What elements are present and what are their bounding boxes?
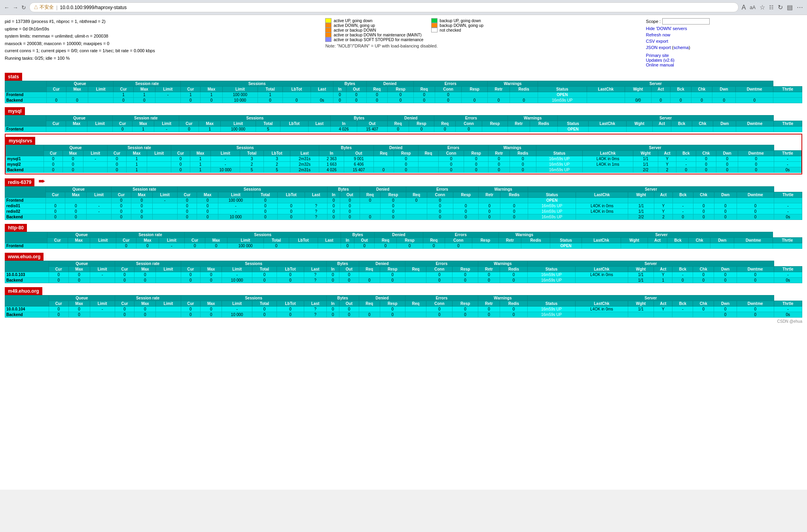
table-row: Backend 00 00 0010 000 00? 00 00 00 00 1… (5, 312, 802, 318)
section-header-redis: redis-6379 (5, 178, 34, 186)
section-mysql: mysql Queue Session rate Sessions Bytes … (5, 105, 802, 132)
table-row: Backend 00 01 0110 000 552m31s 4 02615 4… (6, 167, 801, 173)
mysqlsrvs-table: Queue Session rate Sessions Bytes Denied… (6, 145, 801, 173)
section-http-80: http-80 Queue Session rate Sessions Byte… (5, 222, 802, 249)
primary-site-link[interactable]: Primary site (646, 53, 802, 58)
aa-icon[interactable]: aA (750, 5, 756, 10)
controls-area: Scope : Hide 'DOWN' servers Refresh now … (646, 18, 802, 67)
mysql-table: Queue Session rate Sessions Bytes Denied… (5, 115, 802, 132)
schema-link[interactable]: schema (674, 45, 689, 50)
th-sessions: Sessions (181, 81, 333, 87)
csv-export-link[interactable]: CSV export (646, 39, 802, 44)
security-warning: △ 不安全 (34, 4, 54, 11)
reload-button[interactable]: ↻ (21, 4, 26, 11)
sysinfo-limits: system limits: memmax = unlimited; ulimi… (5, 33, 317, 40)
http80-table: Queue Session rate Sessions Bytes Denied… (5, 232, 802, 249)
table-row: Frontend 00- 00100 000 0 00 00 00 OPEN (5, 198, 802, 203)
section-header-www: www.ehuo.org (5, 253, 44, 261)
star-icon[interactable]: ☆ (760, 4, 765, 11)
section-header-mysql: mysql (5, 107, 25, 115)
table-row: mysql1 00- 01 01- 332m31s 2 3639 001 0 0… (6, 156, 801, 162)
table-row: 10.0.0.104 00- 00 00- 00? 00 0 00 00 16m… (5, 307, 802, 312)
th-warnings: Warnings (487, 81, 538, 87)
tab-icon[interactable]: ☷ (769, 4, 774, 10)
table-row: mysql2 00 01 01- 222m32s 1 6636 406 0 00… (6, 162, 801, 167)
refresh-icon[interactable]: ↻ (778, 4, 783, 11)
online-manual-link[interactable]: Online manual (646, 62, 802, 67)
scope-label: Scope : (646, 19, 661, 24)
th-queue: Queue (46, 81, 114, 87)
credits: CSDN @ehua (5, 319, 802, 324)
legend: active UP, going down active DOWN, going… (325, 18, 638, 67)
arrow-indicator: ➨ (38, 176, 45, 186)
system-info: pid = 137389 (process #1, nbproc = 1, nb… (5, 18, 317, 64)
section-header-stats: stats (5, 73, 22, 81)
section-stats: stats Queue Session rate Sessions Bytes … (5, 70, 802, 103)
scope-input[interactable] (662, 18, 710, 25)
stats-table: Queue Session rate Sessions Bytes Denied… (5, 81, 802, 103)
sysinfo-uptime: uptime = 0d 0h16m59s (5, 26, 317, 33)
browser-chrome: ← → ↻ △ 不安全 | 10.0.0.100:9999/haproxy-st… (0, 0, 807, 15)
table-row: Backend 00 00 0010 000 00? 00 00 00 00 1… (5, 278, 802, 283)
table-row: redis01 00- 00 00- 00? 00 0 00 00 16m59s… (5, 203, 802, 209)
table-row: 10.0.0.103 00- 00 00- 00? 00 0 00 00 16m… (5, 272, 802, 278)
translate-icon[interactable]: A (742, 4, 746, 11)
sysinfo-maxsock: maxsock = 200038; maxconn = 100000; maxp… (5, 40, 317, 47)
table-row: Backend 00 00 0010 000 00? 00 00 00 00 1… (5, 214, 802, 220)
th-session-rate: Session rate (114, 81, 181, 87)
page-content: pid = 137389 (process #1, nbproc = 1, nb… (0, 15, 807, 490)
section-redis: redis-6379 ➨ Queue Session rate Sessions… (5, 176, 802, 220)
sysinfo-conns: current conns = 1; current pipes = 0/0; … (5, 47, 317, 55)
section-m49: m49.ehuo.org Queue Session rate Sessions… (5, 285, 802, 318)
refresh-now-link[interactable]: Refresh now (646, 32, 802, 37)
section-header-http80: http-80 (5, 224, 27, 232)
forward-button[interactable]: → (13, 4, 18, 11)
th-name (5, 81, 47, 92)
section-header-mysqlsrvs: mysqlsrvs (6, 137, 35, 145)
sysinfo-tasks: Running tasks: 0/25; idle = 100 % (5, 55, 317, 62)
www-table: Queue Session rate Sessions Bytes Denied… (5, 261, 802, 283)
section-header-m49: m49.ehuo.org (5, 287, 42, 295)
browser-toolbar: A aA ☆ ☷ ↻ ▤ ⋯ (742, 4, 803, 11)
sysinfo-pid: pid = 137389 (process #1, nbproc = 1, nb… (5, 18, 317, 25)
m49-table: Queue Session rate Sessions Bytes Denied… (5, 295, 802, 318)
updates-link[interactable]: Updates (v2.6) (646, 58, 802, 62)
table-row: Frontend 11- 11100 000 1 00 00 00 OPEN (5, 92, 802, 98)
section-mysqlsrvs: mysqlsrvs Queue Session rate Sessions By… (5, 134, 802, 174)
json-export-link[interactable]: JSON export (646, 45, 671, 50)
hide-down-servers-link[interactable]: Hide 'DOWN' servers (646, 26, 802, 31)
th-errors: Errors (413, 81, 487, 87)
legend-note: Note: "NOLB"/"DRAIN" = UP with load-bala… (325, 44, 638, 48)
menu-icon[interactable]: ⋯ (797, 4, 803, 11)
section-www-ehuo-org: www.ehuo.org Queue Session rate Sessions… (5, 250, 802, 283)
address-bar[interactable]: △ 不安全 | 10.0.0.100:9999/haproxy-status (29, 2, 739, 12)
th-server: Server (538, 81, 773, 87)
redis-table: Queue Session rate Sessions Bytes Denied… (5, 186, 802, 220)
table-row: redis02 00- 00 00- 00? 00 0 00 00 16m59s… (5, 209, 802, 214)
back-button[interactable]: ← (4, 4, 9, 11)
table-row: Backend 00 00 0010 000 000s 00 00 000 00… (5, 98, 802, 103)
url-display: 10.0.0.100:9999/haproxy-status (60, 5, 734, 10)
table-row: Frontend 00- 00100 000 0 00 00 00 OPEN (5, 243, 802, 249)
extension-icon[interactable]: ▤ (787, 4, 793, 11)
table-row: Frontend 01- 01100 000 5 4 02615 407 00 … (5, 127, 802, 132)
th-denied: Denied (366, 81, 413, 87)
th-bytes: Bytes (333, 81, 366, 87)
